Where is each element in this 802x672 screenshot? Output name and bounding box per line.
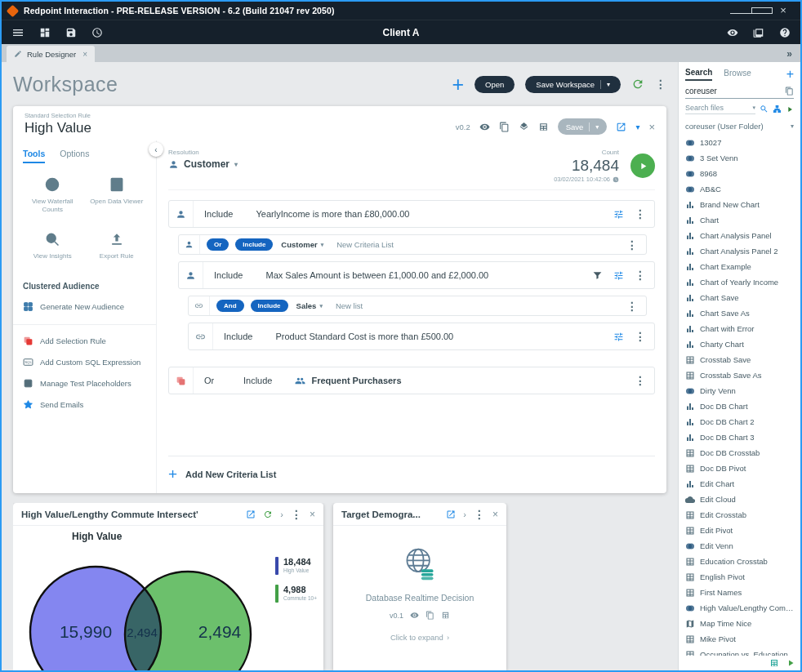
row-kebab-icon[interactable]: ⋮ [626, 239, 638, 251]
file-list-item[interactable]: Chart Save As [681, 305, 798, 321]
file-list-item[interactable]: Brand New Chart [681, 197, 798, 212]
data-grid-icon[interactable] [769, 658, 779, 668]
edit-criteria-sliders-icon[interactable] [613, 332, 624, 342]
row-kebab-icon[interactable]: ⋮ [635, 375, 646, 386]
file-list-item[interactable]: Chart Example [681, 259, 798, 274]
expand-chevron-icon[interactable]: › [463, 510, 466, 519]
open-data-viewer-button[interactable]: Open Data Viewer [87, 176, 147, 215]
file-list-item[interactable]: Doc DB Chart 3 [681, 429, 798, 445]
include-pill[interactable]: Include [251, 300, 288, 312]
file-list-item[interactable]: Doc DB Pivot [681, 461, 798, 476]
tab-tools[interactable]: Tools [23, 149, 45, 163]
add-selection-rule-button[interactable]: Add Selection Rule [23, 336, 146, 346]
criteria-group-row[interactable]: And Include Sales▾ New list ⋮ [188, 296, 647, 316]
file-list-item[interactable]: Chart with Error [681, 321, 798, 336]
copy-icon[interactable] [499, 122, 510, 132]
file-list-item[interactable]: 8968 [681, 166, 798, 181]
save-icon[interactable] [65, 27, 77, 38]
edit-criteria-sliders-icon[interactable] [613, 209, 624, 220]
generate-new-audience-button[interactable]: Generate New Audience [23, 301, 146, 312]
file-list-item[interactable]: Map Time Nice [681, 616, 798, 631]
refresh-workspace-icon[interactable] [631, 78, 644, 91]
file-list-item[interactable]: Chart Save [681, 290, 798, 305]
file-list-item[interactable]: Education Crosstab [681, 554, 798, 569]
file-list-item[interactable]: Edit Cloud [681, 492, 798, 507]
preview-eye-icon[interactable] [479, 122, 490, 132]
maximize-button[interactable] [751, 2, 773, 20]
file-list-item[interactable]: Doc DB Chart [681, 398, 798, 414]
tab-rule-designer[interactable]: Rule Designer × [7, 46, 95, 62]
search-input[interactable] [685, 87, 767, 96]
library-book-icon[interactable] [753, 27, 764, 38]
save-button[interactable]: Save▾ [558, 118, 608, 135]
test-criteria-icon[interactable] [592, 270, 603, 281]
file-list-item[interactable]: Mike Pivot [681, 631, 798, 647]
preview-eye-icon[interactable] [727, 27, 738, 38]
tab-search[interactable]: Search [685, 68, 712, 81]
file-list-item[interactable]: Chart of Yearly Income [681, 274, 798, 290]
row-kebab-icon[interactable]: ⋮ [635, 331, 646, 342]
row-kebab-icon[interactable]: ⋮ [635, 208, 646, 220]
criteria-group-row[interactable]: Or Include Customer▾ New Criteria List ⋮ [178, 234, 647, 255]
menu-icon[interactable] [11, 26, 25, 39]
row-kebab-icon[interactable]: ⋮ [626, 300, 638, 312]
tab-overflow-icon[interactable]: » [786, 48, 792, 60]
file-list-item[interactable]: Edit Venn [681, 538, 798, 554]
panel-collapse-button[interactable]: ‹ [149, 142, 163, 157]
expand-chevron-icon[interactable]: › [280, 510, 283, 519]
file-list-item[interactable]: Occupation vs. Education [681, 647, 798, 656]
close-rule-icon[interactable]: × [648, 121, 655, 133]
file-list-item[interactable]: Edit Pivot [681, 523, 798, 538]
user-folder-header[interactable]: coreuser (User Folder) ▾ [685, 122, 794, 131]
include-pill[interactable]: Include [235, 238, 273, 251]
manage-test-placeholders-button[interactable]: Manage Test Placeholders [23, 378, 146, 389]
open-external-icon[interactable] [616, 122, 626, 132]
group-resolution-select[interactable]: Customer▾ [281, 240, 323, 249]
minimize-button[interactable] [730, 2, 751, 20]
open-button[interactable]: Open [475, 76, 515, 93]
close-button[interactable]: × [773, 2, 794, 20]
preview-eye-icon[interactable] [410, 611, 419, 620]
tab-browse[interactable]: Browse [724, 69, 751, 80]
open-external-icon[interactable] [446, 510, 456, 519]
help-icon[interactable] [779, 27, 791, 38]
resolution-select[interactable]: Customer ▾ [168, 158, 238, 170]
edit-criteria-sliders-icon[interactable] [613, 270, 624, 281]
send-emails-button[interactable]: Send Emails [23, 399, 146, 410]
file-list-item[interactable]: English Pivot [681, 569, 798, 585]
audience-criteria-row[interactable]: Or Include Frequent Purchasers ⋮ [168, 367, 655, 394]
copy-icon[interactable] [426, 611, 434, 620]
file-list-item[interactable]: Edit Crosstab [681, 507, 798, 523]
export-rule-button[interactable]: Export Rule [87, 231, 147, 260]
tab-close-icon[interactable]: × [82, 50, 87, 59]
row-kebab-icon[interactable]: ⋮ [635, 269, 646, 281]
file-list-item[interactable]: Crosstab Save [681, 352, 798, 367]
modules-icon[interactable] [39, 27, 51, 38]
card-kebab-icon[interactable]: ⋮ [291, 509, 302, 520]
search-scope-select[interactable]: Search files▾ [685, 104, 755, 114]
tab-options[interactable]: Options [60, 149, 89, 163]
file-list-item[interactable]: Chart [681, 212, 798, 228]
copy-icon[interactable] [785, 87, 794, 96]
file-list-item[interactable]: 3 Set Venn [681, 150, 798, 166]
venn-diagram[interactable]: 15,990 2,494 2,494 [18, 544, 273, 670]
file-list-item[interactable]: First Names [681, 585, 798, 600]
criteria-row[interactable]: Include Product Standard Cost is more th… [188, 323, 655, 350]
file-list-item[interactable]: Doc DB Chart 2 [681, 414, 798, 429]
file-list-item[interactable]: Edit Chart [681, 476, 798, 492]
search-icon[interactable] [760, 105, 769, 113]
operator-select[interactable]: Or [204, 376, 243, 385]
data-grid-icon[interactable] [441, 611, 450, 620]
view-waterfall-counts-button[interactable]: View Waterfall Counts [23, 176, 82, 215]
add-new-criteria-list-button[interactable]: + Add New Criteria List [168, 456, 655, 482]
add-workspace-item-button[interactable]: + [452, 74, 464, 95]
operator-pill[interactable]: Or [207, 238, 229, 251]
group-resolution-select[interactable]: Sales▾ [296, 301, 323, 310]
file-list-item[interactable]: AB&C [681, 181, 798, 197]
open-external-icon[interactable] [246, 510, 256, 519]
criteria-row[interactable]: Include Max Sales Amount is between £1,0… [178, 261, 655, 289]
save-workspace-button[interactable]: Save Workspace▾ [525, 76, 621, 93]
file-list-item[interactable]: Dirty Venn [681, 383, 798, 398]
refresh-icon[interactable] [263, 510, 273, 519]
view-insights-button[interactable]: View Insights [23, 231, 82, 260]
